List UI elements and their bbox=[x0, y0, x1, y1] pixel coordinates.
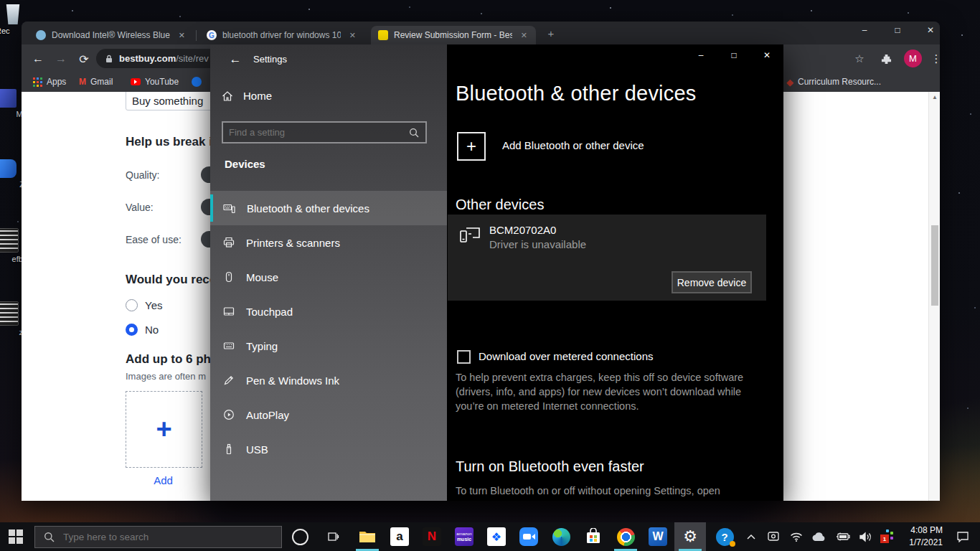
sidebar-item-label: Touchpad bbox=[246, 306, 293, 318]
sidebar-item-touchpad[interactable]: Touchpad bbox=[210, 294, 447, 329]
settings-search-input[interactable] bbox=[223, 127, 409, 138]
radio-yes[interactable] bbox=[126, 299, 138, 311]
settings-window-title: Settings bbox=[253, 54, 287, 65]
edge-icon bbox=[552, 528, 570, 546]
settings-maximize-button[interactable]: □ bbox=[718, 44, 750, 66]
new-tab-button[interactable]: + bbox=[542, 24, 560, 42]
home-icon bbox=[222, 90, 233, 102]
taskbar-file-explorer[interactable] bbox=[352, 522, 383, 551]
page-scrollbar[interactable]: ▲ bbox=[928, 92, 940, 501]
tab-intel-download[interactable]: Download Intel® Wireless Blueto ✕ bbox=[29, 26, 194, 44]
tray-expand-button[interactable] bbox=[740, 522, 762, 551]
tab-close-icon[interactable]: ✕ bbox=[347, 30, 359, 41]
sidebar-item-autoplay[interactable]: AutoPlay bbox=[210, 397, 447, 432]
page-title: Bluetooth & other devices bbox=[456, 82, 696, 105]
tab-close-icon[interactable]: ✕ bbox=[518, 30, 530, 41]
bookmark-gmail[interactable]: M Gmail bbox=[79, 75, 113, 88]
tray-network[interactable] bbox=[785, 522, 808, 551]
browser-minimize-button[interactable]: – bbox=[852, 22, 877, 39]
taskbar-word[interactable]: W bbox=[642, 522, 674, 551]
taskbar-clock[interactable]: 4:08 PM 1/7/2021 bbox=[895, 524, 943, 549]
image-file-icon bbox=[0, 89, 17, 108]
profile-avatar[interactable]: M bbox=[904, 50, 922, 67]
desktop-icon-media2[interactable]: Z bbox=[0, 159, 24, 189]
taskbar-dropbox[interactable]: ❖ bbox=[481, 522, 512, 551]
app-shortcut-icon bbox=[0, 159, 17, 178]
sidebar-item-mouse[interactable]: Mouse bbox=[210, 260, 447, 294]
forward-icon[interactable]: → bbox=[52, 50, 70, 68]
sidebar-item-pen[interactable]: Pen & Windows Ink bbox=[210, 363, 447, 397]
cortana-button[interactable] bbox=[284, 522, 316, 551]
add-photo-dropzone[interactable]: + bbox=[126, 391, 202, 468]
photos-subtext: Images are often m bbox=[126, 371, 206, 382]
tray-meet-now[interactable] bbox=[762, 522, 785, 551]
meet-now-icon bbox=[767, 531, 780, 542]
sidebar-item-home[interactable]: Home bbox=[222, 90, 272, 102]
faster-heading: Turn on Bluetooth even faster bbox=[456, 458, 644, 475]
bookmark-curriculum[interactable]: ◆ Curriculum Resourc... bbox=[786, 75, 881, 88]
photos-heading: Add up to 6 phot bbox=[126, 352, 222, 367]
taskbar-help[interactable]: ? bbox=[710, 522, 739, 551]
taskbar-amazon[interactable]: a bbox=[384, 522, 415, 551]
tray-onedrive[interactable] bbox=[808, 522, 831, 551]
chrome-icon bbox=[617, 528, 635, 546]
settings-close-button[interactable]: ✕ bbox=[751, 44, 783, 66]
taskbar-search[interactable] bbox=[34, 526, 282, 548]
extensions-puzzle-icon[interactable] bbox=[877, 50, 895, 68]
taskbar-amazon-music[interactable]: amazon music bbox=[448, 522, 480, 551]
browser-menu-icon[interactable]: ⋮ bbox=[927, 50, 946, 68]
task-view-button[interactable] bbox=[317, 522, 349, 551]
taskbar-chrome[interactable] bbox=[610, 522, 641, 551]
tab-close-icon[interactable]: ✕ bbox=[176, 30, 188, 41]
tab-review-form[interactable]: Review Submission Form - Best B ✕ bbox=[371, 26, 536, 44]
clock-time: 4:08 PM bbox=[895, 524, 943, 537]
add-device-button[interactable]: + bbox=[457, 132, 486, 161]
tray-power[interactable] bbox=[831, 522, 854, 551]
taskbar-store[interactable] bbox=[578, 522, 609, 551]
sidebar-item-typing[interactable]: Typing bbox=[210, 329, 447, 363]
tray-volume[interactable] bbox=[854, 522, 877, 551]
scroll-up-icon[interactable]: ▲ bbox=[929, 94, 940, 100]
sidebar-item-label: Mouse bbox=[246, 271, 278, 283]
device-icon bbox=[458, 225, 481, 246]
settings-search-box[interactable] bbox=[222, 121, 427, 143]
sidebar-item-usb[interactable]: USB bbox=[210, 432, 447, 466]
file-explorer-icon bbox=[359, 529, 376, 544]
taskbar-search-input[interactable] bbox=[62, 531, 281, 543]
scrollbar-thumb[interactable] bbox=[931, 225, 938, 306]
add-photo-link[interactable]: Add bbox=[126, 474, 201, 486]
back-icon[interactable]: ← bbox=[29, 50, 47, 68]
sidebar-item-bluetooth[interactable]: Bluetooth & other devices bbox=[210, 191, 447, 225]
amazon-icon: a bbox=[390, 527, 409, 546]
recycle-bin-icon bbox=[5, 4, 21, 24]
bookmark-duo[interactable] bbox=[192, 75, 202, 88]
start-button[interactable] bbox=[0, 522, 32, 551]
taskbar-zoom[interactable] bbox=[513, 522, 545, 551]
desktop-icon-media1[interactable]: Mi bbox=[0, 89, 24, 118]
device-name: BCM20702A0 bbox=[489, 224, 556, 236]
apps-grid-icon bbox=[33, 77, 42, 87]
bookmark-apps[interactable]: Apps bbox=[33, 75, 66, 88]
reload-icon[interactable]: ⟳ bbox=[75, 50, 93, 68]
taskbar-netflix[interactable]: N bbox=[416, 522, 448, 551]
metered-checkbox[interactable] bbox=[457, 350, 471, 364]
remove-device-button[interactable]: Remove device bbox=[672, 271, 752, 293]
bookmark-star-icon[interactable]: ☆ bbox=[850, 50, 869, 68]
other-devices-header: Other devices bbox=[456, 197, 544, 213]
tab-google-search[interactable]: G bluetooth driver for windows 10 ✕ bbox=[199, 26, 364, 44]
settings-back-icon[interactable]: ← bbox=[225, 50, 246, 69]
bookmark-youtube[interactable]: YouTube bbox=[131, 75, 179, 88]
action-center-button[interactable] bbox=[948, 522, 977, 551]
windows-logo-icon bbox=[9, 529, 23, 544]
pen-icon bbox=[223, 375, 235, 386]
taskbar-edge[interactable] bbox=[545, 522, 577, 551]
help-badge bbox=[730, 541, 735, 547]
taskbar-settings[interactable]: ⚙ bbox=[674, 522, 706, 551]
sidebar-item-printers[interactable]: Printers & scanners bbox=[210, 225, 447, 260]
browser-close-button[interactable]: ✕ bbox=[918, 22, 943, 39]
settings-minimize-button[interactable]: – bbox=[685, 44, 717, 66]
faster-description: To turn Bluetooth on or off without open… bbox=[456, 484, 770, 498]
radio-no[interactable] bbox=[126, 324, 138, 336]
browser-maximize-button[interactable]: □ bbox=[885, 22, 910, 39]
radio-no-label: No bbox=[145, 324, 159, 336]
